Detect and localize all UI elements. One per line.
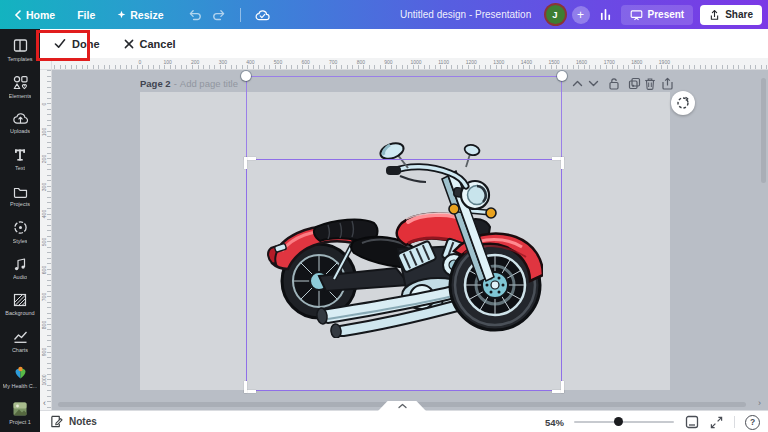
v-ruler-label: 1000	[40, 371, 48, 389]
scroll-left-arrow[interactable]: ‹	[43, 398, 46, 408]
music-note-icon	[13, 257, 27, 271]
zoom-slider-track[interactable]	[574, 421, 674, 423]
sidebar-label: Project 1	[9, 419, 31, 425]
lock-icon	[608, 77, 620, 90]
elements-icon	[13, 75, 28, 90]
fullscreen-icon	[710, 416, 723, 429]
zoom-level[interactable]: 54%	[545, 417, 564, 428]
present-label: Present	[648, 9, 685, 20]
bottom-right-group: 54% ?	[545, 411, 760, 432]
scroll-right-arrow[interactable]: ›	[758, 398, 761, 408]
sidebar-label: Styles	[13, 238, 28, 244]
cancel-button[interactable]: Cancel	[116, 38, 184, 50]
sidebar-item-styles[interactable]: Styles	[0, 214, 40, 250]
present-button[interactable]: Present	[621, 5, 694, 25]
motorcycle-illustration[interactable]	[258, 133, 543, 338]
sidebar-label: Charts	[12, 347, 28, 353]
sidebar-item-text[interactable]: Text	[0, 141, 40, 177]
styles-icon	[13, 220, 28, 235]
page-label: Page 2	[140, 78, 171, 89]
sidebar-item-templates[interactable]: Templates	[0, 32, 40, 68]
notes-button[interactable]: Notes	[50, 415, 97, 428]
refresh-floating-button[interactable]	[671, 91, 695, 115]
resize-handle-top-right[interactable]	[557, 71, 567, 81]
bottom-bar-divider	[734, 416, 735, 428]
h-ruler-label: 700	[329, 59, 337, 65]
templates-icon	[13, 38, 28, 53]
lock-page-button[interactable]	[607, 76, 621, 90]
undo-button[interactable]	[188, 9, 201, 21]
v-ruler-label: 900	[40, 343, 48, 361]
chevron-down-icon	[588, 80, 599, 87]
crop-handle-top-right[interactable]	[552, 157, 564, 169]
h-ruler-label: 1700	[604, 59, 615, 65]
home-button[interactable]: Home	[14, 9, 55, 21]
help-button[interactable]: ?	[745, 415, 760, 430]
zoom-slider-knob[interactable]	[614, 417, 623, 426]
v-ruler-label: 500	[40, 233, 48, 251]
zoom-slider[interactable]	[574, 416, 674, 428]
file-button[interactable]: File	[77, 9, 95, 21]
sidebar-item-charts[interactable]: Charts	[0, 323, 40, 359]
cancel-label: Cancel	[140, 38, 176, 50]
redo-button[interactable]	[213, 9, 226, 21]
top-bar: Home File Resize Untitled design - Prese…	[0, 0, 768, 29]
delete-page-button[interactable]	[643, 76, 657, 90]
add-page-button[interactable]	[660, 76, 674, 90]
sidebar-label: Projects	[10, 201, 30, 207]
save-status-button[interactable]	[255, 9, 270, 21]
move-page-down-button[interactable]	[586, 76, 600, 90]
topbar-right-group: J + Present Share	[546, 0, 762, 29]
h-ruler-label: 900	[384, 59, 392, 65]
sidebar: Templates Elements Uploads Text Projects…	[0, 29, 40, 432]
h-ruler: 0100200300400500600700800900100011001200…	[52, 58, 768, 70]
page-title-input[interactable]: Add page title	[180, 78, 238, 89]
add-member-button[interactable]: +	[572, 6, 590, 24]
line-chart-icon	[13, 330, 28, 344]
h-ruler-label: 1400	[521, 59, 532, 65]
sparkle-icon	[117, 10, 126, 19]
home-label: Home	[26, 9, 55, 21]
v-ruler-label: 100	[40, 123, 48, 141]
share-button[interactable]: Share	[700, 5, 762, 25]
chevron-up-icon	[572, 80, 583, 87]
dashed-refresh-icon	[676, 96, 690, 110]
project-thumbnail	[13, 402, 27, 416]
v-ruler-label: 700	[40, 288, 48, 306]
done-button[interactable]: Done	[46, 38, 108, 50]
crop-handle-bottom-right[interactable]	[552, 381, 564, 393]
page-label-separator: -	[174, 78, 177, 89]
page-header: Page 2 - Add page title	[140, 76, 238, 90]
v-ruler: 01002003004005006007008009001000	[40, 70, 52, 410]
duplicate-page-button[interactable]	[627, 76, 641, 90]
sidebar-item-elements[interactable]: Elements	[0, 68, 40, 104]
sidebar-item-projects[interactable]: Projects	[0, 177, 40, 213]
done-label: Done	[72, 38, 100, 50]
sidebar-label: Audio	[13, 274, 27, 280]
check-icon	[54, 38, 66, 49]
fullscreen-button[interactable]	[709, 415, 724, 430]
crop-handle-top-left[interactable]	[244, 157, 256, 169]
sidebar-item-audio[interactable]: Audio	[0, 250, 40, 286]
resize-button[interactable]: Resize	[117, 9, 163, 21]
sidebar-item-my-health-app[interactable]: My Health C...	[0, 359, 40, 395]
insights-button[interactable]	[599, 8, 612, 21]
v-ruler-label: 0	[40, 95, 48, 113]
resize-handle-top-left[interactable]	[241, 71, 251, 81]
bottom-bar: Notes 54% ?	[40, 410, 768, 432]
duplicate-icon	[628, 77, 641, 90]
crop-handle-bottom-left[interactable]	[244, 381, 256, 393]
h-ruler-label: 1800	[631, 59, 642, 65]
vertical-scrollbar[interactable]	[761, 78, 766, 183]
upload-cloud-icon	[13, 111, 28, 125]
h-ruler-label: 600	[301, 59, 309, 65]
notes-label: Notes	[69, 416, 97, 427]
sidebar-item-uploads[interactable]: Uploads	[0, 105, 40, 141]
sidebar-item-project-1[interactable]: Project 1	[0, 396, 40, 432]
sidebar-item-background[interactable]: Background	[0, 287, 40, 323]
avatar[interactable]: J	[546, 5, 565, 24]
move-page-up-button[interactable]	[570, 76, 584, 90]
h-ruler-label: 300	[219, 59, 227, 65]
page-manager-button[interactable]	[684, 415, 699, 430]
chevron-left-icon	[14, 10, 22, 20]
